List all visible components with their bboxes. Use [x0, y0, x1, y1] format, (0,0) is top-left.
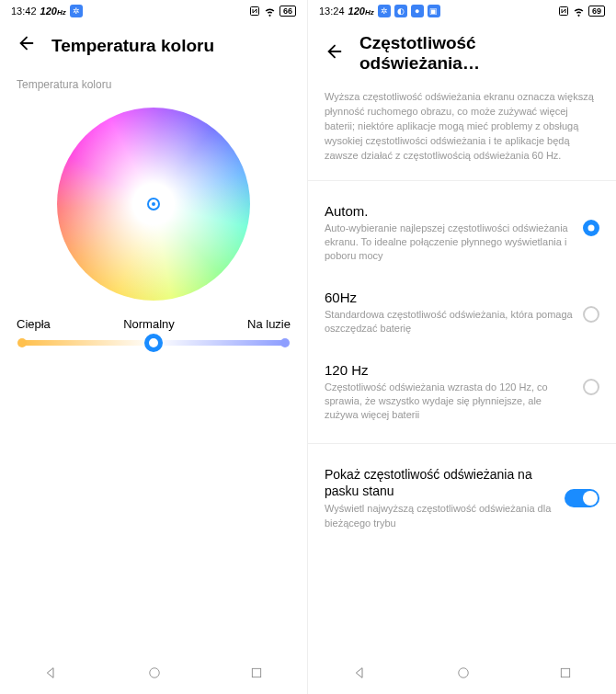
app-icon-2: ◐ [394, 5, 407, 17]
page-title: Temperatura koloru [51, 36, 214, 56]
svg-rect-5 [561, 668, 569, 677]
refresh-rate-description: Wyższa częstotliwość odświeżania ekranu … [325, 90, 599, 164]
color-wheel[interactable] [57, 108, 250, 301]
phone-left: 13:42 120Hz ✲ 66 Temperatura koloru Temp [0, 0, 308, 694]
battery-level: 66 [279, 6, 296, 17]
option-desc: Częstotliwość odświeżania wzrasta do 120… [325, 381, 574, 423]
svg-point-1 [150, 668, 160, 678]
slider-end-warm [17, 338, 27, 347]
option-desc: Standardowa częstotliwość odświeżania, k… [325, 308, 574, 336]
label-warm: Ciepła [17, 317, 51, 331]
app-icon-4: ▣ [428, 5, 440, 17]
nfc-icon [558, 6, 569, 17]
show-rate-toggle[interactable] [565, 489, 599, 507]
nav-recent-icon[interactable] [559, 666, 572, 683]
temperature-slider[interactable] [22, 340, 285, 346]
option-60hz[interactable]: 60Hz Standardowa częstotliwość odświeżan… [325, 277, 599, 349]
nav-home-icon[interactable] [148, 666, 161, 683]
option-title: 60Hz [325, 290, 574, 305]
section-label: Temperatura koloru [17, 78, 291, 91]
option-title: 120 Hz [325, 362, 574, 378]
battery-level: 69 [588, 6, 605, 17]
page-title: Częstotliwość odświeżania… [359, 33, 599, 74]
option-120hz[interactable]: 120 Hz Częstotliwość odświeżania wzrasta… [325, 349, 599, 436]
option-auto[interactable]: Autom. Auto-wybieranie najlepszej często… [325, 190, 599, 277]
nav-home-icon[interactable] [457, 666, 470, 683]
nav-back-icon[interactable] [353, 666, 368, 684]
color-wheel-selector[interactable] [147, 198, 160, 210]
radio-auto[interactable] [583, 220, 599, 236]
wifi-icon [573, 6, 585, 17]
back-button[interactable] [325, 41, 345, 66]
app-icon-1: ✲ [378, 5, 391, 17]
phone-right: 13:24 120Hz ✲ ◐ ● ▣ 69 Częstotliw [308, 0, 616, 694]
status-time: 13:24 [319, 6, 345, 17]
header: Temperatura koloru [0, 22, 307, 65]
slider-thumb[interactable] [144, 334, 163, 352]
label-normal: Normalny [123, 317, 175, 331]
header: Częstotliwość odświeżania… [308, 22, 616, 81]
wifi-icon [264, 6, 276, 17]
navbar [0, 655, 307, 694]
status-time: 13:42 [11, 6, 37, 17]
statusbar: 13:42 120Hz ✲ 66 [0, 0, 307, 22]
temperature-labels: Ciepła Normalny Na luzie [17, 317, 291, 331]
slider-end-cool [280, 338, 290, 347]
app-icon-3: ● [411, 5, 424, 17]
app-icon: ✲ [70, 5, 83, 17]
divider [308, 443, 616, 444]
option-title: Autom. [325, 203, 574, 219]
option-desc: Auto-wybieranie najlepszej częstotliwośc… [325, 222, 574, 264]
nfc-icon [249, 6, 260, 17]
back-button[interactable] [17, 33, 37, 58]
statusbar: 13:24 120Hz ✲ ◐ ● ▣ 69 [308, 0, 616, 22]
status-refresh-rate: 120Hz [348, 6, 374, 17]
label-cool: Na luzie [247, 317, 291, 331]
nav-recent-icon[interactable] [250, 666, 263, 683]
svg-rect-2 [252, 668, 260, 677]
radio-60hz[interactable] [583, 306, 599, 323]
divider [308, 180, 616, 181]
nav-back-icon[interactable] [44, 666, 59, 684]
radio-120hz[interactable] [583, 379, 599, 395]
toggle-title: Pokaż częstotliwość odświeżania na pasku… [325, 466, 555, 499]
navbar [308, 655, 616, 694]
svg-point-4 [458, 668, 468, 678]
toggle-desc: Wyświetl najwyższą częstotliwość odśwież… [325, 502, 555, 530]
status-refresh-rate: 120Hz [40, 6, 66, 17]
show-rate-toggle-row[interactable]: Pokaż częstotliwość odświeżania na pasku… [325, 453, 599, 543]
